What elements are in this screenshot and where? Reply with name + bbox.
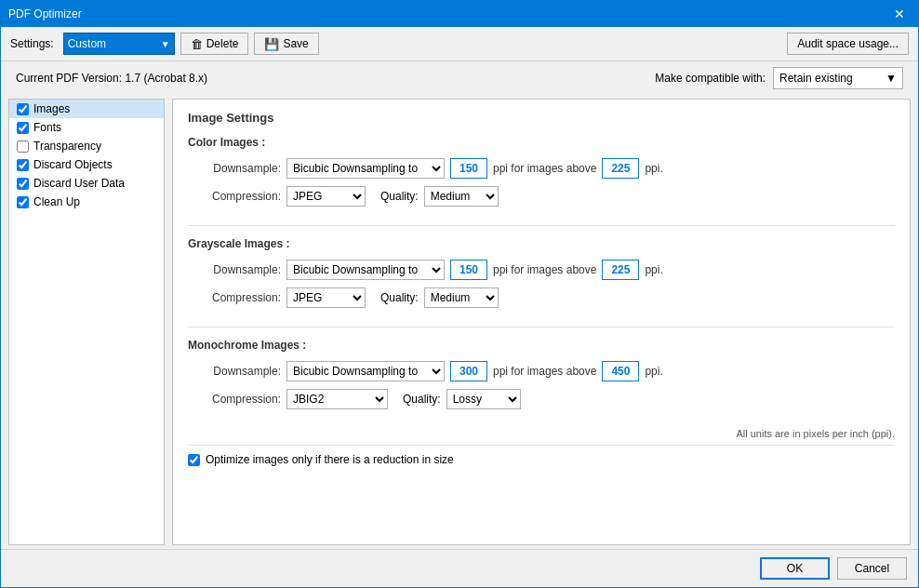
- section-title: Image Settings: [188, 111, 895, 125]
- color-quality-label: Quality:: [380, 190, 419, 203]
- sidebar-item-transparency[interactable]: Transparency: [9, 137, 164, 155]
- gray-ppi2-input[interactable]: [602, 260, 639, 280]
- pdf-optimizer-window: PDF Optimizer ✕ Settings: Custom ▼ 🗑 Del…: [0, 0, 919, 588]
- mono-downsample-row: Downsample: Bicubic Downsampling to Aver…: [188, 361, 895, 381]
- gray-downsample-select[interactable]: Bicubic Downsampling to Average Downsamp…: [286, 260, 445, 280]
- discard-objects-checkbox[interactable]: [17, 159, 29, 171]
- mono-downsample-select[interactable]: Bicubic Downsampling to Average Downsamp…: [286, 361, 445, 381]
- monochrome-images-title: Monochrome Images :: [188, 339, 895, 352]
- units-note: All units are in pixels per inch (ppi).: [188, 428, 895, 439]
- ok-button[interactable]: OK: [760, 557, 830, 580]
- gray-downsample-label: Downsample:: [188, 263, 281, 276]
- gray-quality-select[interactable]: Maximum High Medium Low Minimum: [424, 287, 499, 308]
- sidebar-item-images[interactable]: Images: [9, 100, 164, 118]
- toolbar: Settings: Custom ▼ 🗑 Delete 💾 Save Audit…: [1, 27, 918, 61]
- discard-user-data-checkbox[interactable]: [17, 178, 29, 190]
- color-ppi2-input[interactable]: [602, 158, 639, 179]
- version-left: Current PDF Version: 1.7 (Acrobat 8.x): [16, 72, 207, 85]
- gray-quality-label: Quality:: [380, 291, 419, 304]
- compatible-arrow: ▼: [886, 72, 897, 85]
- optimize-checkbox[interactable]: [188, 454, 200, 466]
- color-ppi-end: ppi.: [645, 162, 662, 175]
- compatible-label: Make compatible with:: [655, 72, 766, 85]
- sidebar-item-discard-user-data[interactable]: Discard User Data: [9, 174, 164, 193]
- discard-user-data-label: Discard User Data: [33, 177, 125, 190]
- grayscale-images-title: Grayscale Images :: [188, 237, 895, 250]
- divider-1: [188, 225, 895, 226]
- delete-label: Delete: [206, 37, 239, 50]
- content-area: Image Settings Color Images : Downsample…: [172, 99, 911, 545]
- save-button[interactable]: 💾 Save: [254, 33, 318, 55]
- gray-ppi-above-text: ppi for images above: [493, 263, 596, 276]
- color-downsample-label: Downsample:: [188, 162, 281, 175]
- mono-ppi1-input[interactable]: [450, 361, 487, 381]
- delete-button[interactable]: 🗑 Delete: [180, 33, 249, 55]
- fonts-checkbox[interactable]: [17, 122, 29, 134]
- images-checkbox[interactable]: [17, 103, 29, 115]
- gray-downsample-row: Downsample: Bicubic Downsampling to Aver…: [188, 260, 895, 280]
- current-version-label: Current PDF Version:: [16, 72, 122, 85]
- settings-label: Settings:: [10, 37, 54, 50]
- save-label: Save: [283, 37, 308, 50]
- title-bar: PDF Optimizer ✕: [1, 1, 918, 27]
- sidebar-item-clean-up[interactable]: Clean Up: [9, 193, 164, 211]
- color-ppi1-input[interactable]: [450, 158, 487, 179]
- settings-dropdown-arrow: ▼: [161, 39, 170, 49]
- sidebar-item-fonts[interactable]: Fonts: [9, 118, 164, 137]
- sidebar-item-discard-objects[interactable]: Discard Objects: [9, 155, 164, 174]
- main-area: Images Fonts Transparency Discard Object…: [1, 95, 918, 549]
- color-images-title: Color Images :: [188, 136, 895, 149]
- optimize-row: Optimize images only if there is a reduc…: [188, 445, 895, 470]
- monochrome-images-section: Monochrome Images : Downsample: Bicubic …: [188, 339, 895, 409]
- color-compression-row: Compression: JPEG JPEG2000 ZIP Retain Qu…: [188, 186, 895, 207]
- sidebar: Images Fonts Transparency Discard Object…: [8, 99, 165, 545]
- bottom-bar: OK Cancel: [1, 549, 918, 587]
- clean-up-label: Clean Up: [33, 195, 80, 208]
- compatible-dropdown[interactable]: Retain existing ▼: [773, 67, 903, 89]
- mono-quality-select[interactable]: Lossy Lossless: [446, 389, 521, 409]
- gray-compression-row: Compression: JPEG JPEG2000 ZIP Retain Qu…: [188, 287, 895, 308]
- discard-objects-label: Discard Objects: [33, 158, 113, 171]
- gray-ppi-end: ppi.: [645, 263, 662, 276]
- divider-2: [188, 327, 895, 327]
- mono-compression-label: Compression:: [188, 393, 281, 406]
- settings-dropdown[interactable]: Custom ▼: [63, 33, 175, 55]
- mono-ppi-above-text: ppi for images above: [493, 365, 596, 378]
- grayscale-images-section: Grayscale Images : Downsample: Bicubic D…: [188, 237, 895, 308]
- current-version-value: 1.7 (Acrobat 8.x): [125, 72, 207, 85]
- settings-value: Custom: [68, 37, 106, 50]
- gray-ppi1-input[interactable]: [450, 260, 487, 280]
- color-downsample-select[interactable]: Bicubic Downsampling to Average Downsamp…: [286, 158, 445, 179]
- color-quality-select[interactable]: Maximum High Medium Low Minimum: [424, 186, 499, 207]
- color-compression-select[interactable]: JPEG JPEG2000 ZIP Retain: [286, 186, 366, 207]
- transparency-checkbox[interactable]: [17, 140, 29, 153]
- delete-icon: 🗑: [191, 37, 203, 51]
- optimize-label: Optimize images only if there is a reduc…: [206, 453, 454, 466]
- close-button[interactable]: ✕: [888, 3, 911, 25]
- save-icon: 💾: [264, 37, 279, 51]
- color-ppi-above-text: ppi for images above: [493, 162, 596, 175]
- color-images-section: Color Images : Downsample: Bicubic Downs…: [188, 136, 895, 207]
- mono-compression-select[interactable]: JBIG2 CCITT Group 4 CCITT Group 3 ZIP Ru…: [286, 389, 388, 409]
- version-row: Current PDF Version: 1.7 (Acrobat 8.x) M…: [1, 61, 918, 95]
- mono-compression-row: Compression: JBIG2 CCITT Group 4 CCITT G…: [188, 389, 895, 409]
- images-label: Images: [33, 102, 70, 115]
- version-right: Make compatible with: Retain existing ▼: [655, 67, 903, 89]
- color-compression-label: Compression:: [188, 190, 281, 203]
- clean-up-checkbox[interactable]: [17, 196, 29, 208]
- color-downsample-row: Downsample: Bicubic Downsampling to Aver…: [188, 158, 895, 179]
- gray-compression-label: Compression:: [188, 291, 281, 304]
- audit-button[interactable]: Audit space usage...: [787, 33, 909, 55]
- mono-ppi-end: ppi.: [645, 365, 662, 378]
- compatible-value: Retain existing: [779, 72, 853, 85]
- mono-downsample-label: Downsample:: [188, 365, 281, 378]
- mono-quality-label: Quality:: [403, 393, 441, 406]
- window-title: PDF Optimizer: [8, 7, 82, 20]
- fonts-label: Fonts: [33, 121, 61, 134]
- gray-compression-select[interactable]: JPEG JPEG2000 ZIP Retain: [286, 287, 366, 308]
- transparency-label: Transparency: [33, 140, 101, 153]
- mono-ppi2-input[interactable]: [602, 361, 639, 381]
- cancel-button[interactable]: Cancel: [837, 557, 907, 580]
